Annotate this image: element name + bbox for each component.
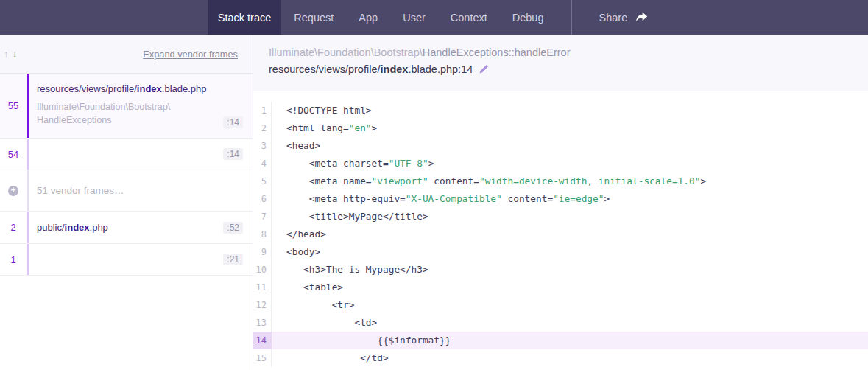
code-line-text: </td> xyxy=(272,349,868,367)
frame-file-path: public/index.php xyxy=(37,222,108,233)
code-line-number: 4 xyxy=(253,155,272,172)
code-line-number: 9 xyxy=(253,243,272,261)
plus-circle-icon[interactable]: + xyxy=(8,186,18,196)
code-line-number: 6 xyxy=(253,190,272,208)
vendor-frames-group[interactable]: +51 vendor frames… xyxy=(0,170,253,212)
code-line-text: </head> xyxy=(272,226,868,243)
frame-number: 54 xyxy=(0,139,27,170)
share-button[interactable]: Share xyxy=(587,0,661,35)
code-line-text: <tr> xyxy=(272,296,868,314)
code-line-number: 11 xyxy=(253,279,272,296)
code-line-number: 7 xyxy=(253,208,272,226)
code-viewer: 1<!DOCTYPE html>2<html lang="en">3<head>… xyxy=(253,91,868,370)
code-line-3: 3<head> xyxy=(253,137,868,155)
frame-content: 51 vendor frames… xyxy=(29,170,253,211)
code-line-number: 15 xyxy=(253,349,272,367)
code-line-text: {{$informat}} xyxy=(272,332,868,349)
line-number-badge: :52 xyxy=(223,222,243,234)
main-content: ↑ ↓ Expand vendor frames 55resources/vie… xyxy=(0,35,868,370)
exception-namespace: Illuminate\Foundation\Bootstrap\ xyxy=(269,46,423,58)
code-line-text: <meta charset="UTF-8"> xyxy=(272,155,868,172)
code-line-9: 9<body> xyxy=(253,243,868,261)
code-line-7: 7 <title>MyPage</title> xyxy=(253,208,868,226)
topbar-divider xyxy=(571,0,572,35)
frame-number: 2 xyxy=(0,212,27,243)
code-line-5: 5 <meta name="viewport" content="width=d… xyxy=(253,172,868,190)
code-line-number: 10 xyxy=(253,261,272,279)
tab-stack-trace[interactable]: Stack trace xyxy=(208,0,282,35)
file-header: Illuminate\Foundation\Bootstrap\HandleEx… xyxy=(253,35,868,91)
edit-pencil-icon[interactable] xyxy=(479,64,489,74)
share-label: Share xyxy=(599,12,628,24)
code-line-text: <h3>The is Mypage</h3> xyxy=(272,261,868,279)
code-line-6: 6 <meta http-equiv="X-UA-Compatible" con… xyxy=(253,190,868,208)
code-line-text: <table> xyxy=(272,279,868,296)
topbar-tabs: Stack traceRequestAppUserContextDebug xyxy=(208,0,557,35)
line-number-badge: :14 xyxy=(223,116,243,128)
code-line-2: 2<html lang="en"> xyxy=(253,119,868,137)
frame-class-name: Illuminate\Foundation\Bootstrap\HandleEx… xyxy=(37,101,195,128)
code-line-number: 13 xyxy=(253,314,272,332)
code-line-text: <title>MyPage</title> xyxy=(272,208,868,226)
code-line-number: 5 xyxy=(253,172,272,190)
frame-nav-arrows: ↑ ↓ xyxy=(4,49,18,60)
prev-frame-arrow-icon[interactable]: ↑ xyxy=(4,49,9,60)
frame-content: :21 xyxy=(29,244,253,275)
code-line-text: <!DOCTYPE html> xyxy=(272,102,868,119)
share-icon xyxy=(635,12,648,23)
top-navigation-bar: Stack traceRequestAppUserContextDebug Sh… xyxy=(0,0,868,35)
stack-trace-sidebar: ↑ ↓ Expand vendor frames 55resources/vie… xyxy=(0,35,253,370)
frame-content: :14 xyxy=(29,139,253,170)
stack-frame-54[interactable]: 54:14 xyxy=(0,139,253,170)
code-line-number: 12 xyxy=(253,296,272,314)
expand-vendor-frames-link[interactable]: Expand vendor frames xyxy=(143,49,238,60)
tab-user[interactable]: User xyxy=(390,0,438,35)
stack-frame-55[interactable]: 55resources/views/profile/index.blade.ph… xyxy=(0,74,253,139)
frame-number: 55 xyxy=(0,74,27,138)
code-line-text: <td> xyxy=(272,314,868,332)
code-line-text: <body> xyxy=(272,243,868,261)
code-line-15: 15 </td> xyxy=(253,349,868,367)
frame-content: resources/views/profile/index.blade.phpI… xyxy=(29,74,253,138)
file-path: resources/views/profile/index.blade.php:… xyxy=(269,63,868,75)
code-line-1: 1<!DOCTYPE html> xyxy=(253,102,868,119)
stack-frame-2[interactable]: 2public/index.php:52 xyxy=(0,212,253,244)
tab-request[interactable]: Request xyxy=(281,0,346,35)
sidebar-header: ↑ ↓ Expand vendor frames xyxy=(0,35,253,74)
exception-handler: HandleExceptions::handleError xyxy=(423,46,571,58)
line-number-badge: :21 xyxy=(223,254,243,265)
code-line-11: 11 <table> xyxy=(253,279,868,296)
code-line-12: 12 <tr> xyxy=(253,296,868,314)
code-line-14: 14 {{$informat}} xyxy=(253,332,868,349)
frame-file-path: resources/views/profile/index.blade.php xyxy=(37,83,242,94)
tab-debug[interactable]: Debug xyxy=(500,0,557,35)
code-line-number: 3 xyxy=(253,137,272,155)
stack-frame-list: 55resources/views/profile/index.blade.ph… xyxy=(0,74,253,370)
code-line-text: <html lang="en"> xyxy=(272,119,868,137)
code-line-10: 10 <h3>The is Mypage</h3> xyxy=(253,261,868,279)
next-frame-arrow-icon[interactable]: ↓ xyxy=(13,49,18,60)
code-line-text: <meta http-equiv="X-UA-Compatible" conte… xyxy=(272,190,868,208)
code-line-number: 2 xyxy=(253,119,272,137)
line-number-badge: :14 xyxy=(223,148,243,160)
code-line-number: 8 xyxy=(253,226,272,243)
code-panel: Illuminate\Foundation\Bootstrap\HandleEx… xyxy=(253,35,868,370)
stack-frame-1[interactable]: 1:21 xyxy=(0,244,253,276)
code-line-4: 4 <meta charset="UTF-8"> xyxy=(253,155,868,172)
code-line-13: 13 <td> xyxy=(253,314,868,332)
code-line-number: 1 xyxy=(253,102,272,119)
tab-app[interactable]: App xyxy=(346,0,390,35)
exception-method: Illuminate\Foundation\Bootstrap\HandleEx… xyxy=(269,46,868,58)
frame-number: 1 xyxy=(0,244,27,275)
code-line-text: <head> xyxy=(272,137,868,155)
expand-plus-icon: + xyxy=(0,170,27,211)
frame-content: public/index.php:52 xyxy=(29,212,253,243)
vendor-frames-label: 51 vendor frames… xyxy=(37,180,242,201)
code-line-text: <meta name="viewport" content="width=dev… xyxy=(272,172,868,190)
tab-context[interactable]: Context xyxy=(438,0,500,35)
code-line-number: 14 xyxy=(253,332,272,349)
code-line-8: 8</head> xyxy=(253,226,868,243)
